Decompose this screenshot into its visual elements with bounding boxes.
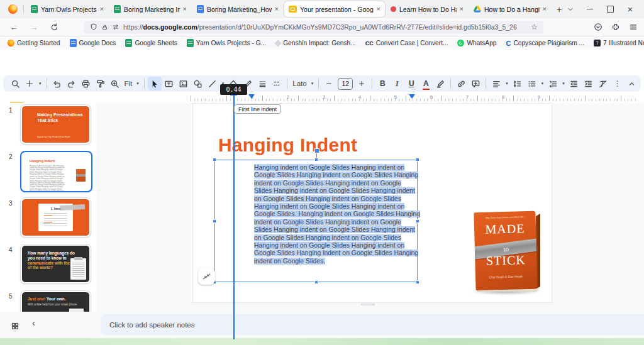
new-tab-button[interactable]: + bbox=[552, 4, 567, 14]
notes-resize-handle[interactable] bbox=[361, 304, 375, 305]
firefox-view-button[interactable] bbox=[4, 2, 21, 17]
increase-font-size-icon[interactable] bbox=[355, 77, 369, 90]
tab-yarn-owls[interactable]: Yarn Owls Projects - Google × bbox=[26, 1, 108, 17]
resize-handle-n[interactable] bbox=[314, 158, 318, 162]
tab-close-icon[interactable]: × bbox=[183, 6, 187, 13]
new-slide-dropdown-icon[interactable]: ▾ bbox=[37, 81, 43, 86]
slide-thumbnail-5[interactable]: Just one! Your own. With a little help f… bbox=[20, 290, 91, 312]
shield-icon[interactable] bbox=[90, 23, 97, 31]
tab-how-to-hanging[interactable]: How to Do a Hanging Inde × bbox=[469, 1, 551, 17]
bookmark-google-docs[interactable]: Google Docs bbox=[70, 39, 116, 47]
maximize-icon[interactable] bbox=[607, 6, 614, 13]
bookmark-novels[interactable]: 77 Illustrated Novels fo... bbox=[594, 40, 644, 47]
more-options-icon[interactable]: ⋮ bbox=[611, 77, 625, 90]
new-slide-icon[interactable] bbox=[23, 77, 36, 90]
zoom-select-label[interactable]: Fit bbox=[123, 80, 135, 87]
bookmark-google-sheets[interactable]: Google Sheets bbox=[125, 39, 177, 47]
italic-icon[interactable]: I bbox=[390, 77, 404, 90]
tab-list-chevron-icon[interactable] bbox=[567, 6, 582, 13]
url-bar[interactable]: https://docs.google.com/presentation/d/1… bbox=[84, 21, 543, 34]
redo-icon[interactable] bbox=[65, 77, 79, 90]
align-icon[interactable] bbox=[489, 77, 503, 90]
collapse-filmstrip-icon[interactable]: ‹ bbox=[32, 318, 35, 328]
tab-close-icon[interactable]: × bbox=[275, 6, 279, 13]
bulleted-list-dropdown-icon[interactable]: ▾ bbox=[540, 81, 546, 86]
insert-line-icon[interactable] bbox=[206, 77, 219, 90]
insert-link-icon[interactable] bbox=[454, 77, 468, 90]
extensions-icon[interactable] bbox=[611, 23, 620, 31]
pocket-icon[interactable] bbox=[594, 23, 602, 31]
undo-icon[interactable] bbox=[50, 77, 64, 90]
add-comment-icon[interactable] bbox=[469, 77, 482, 90]
resize-handle-s[interactable] bbox=[314, 280, 318, 284]
resize-handle-se[interactable] bbox=[416, 280, 419, 284]
select-tool-icon[interactable] bbox=[148, 77, 162, 90]
resize-handle-w[interactable] bbox=[213, 219, 216, 223]
numbered-list-icon[interactable] bbox=[546, 77, 560, 90]
horizontal-ruler[interactable]: 1 2 3 4 5 6 7 8 9 bbox=[96, 92, 644, 103]
insert-image-icon[interactable] bbox=[177, 77, 191, 90]
back-icon[interactable]: ← bbox=[6, 20, 21, 34]
numbered-list-dropdown-icon[interactable]: ▾ bbox=[560, 81, 567, 86]
font-family-select[interactable]: Lato bbox=[291, 80, 308, 87]
close-window-icon[interactable]: × bbox=[628, 4, 633, 14]
resize-handle-ne[interactable] bbox=[416, 158, 419, 162]
right-indent-marker[interactable] bbox=[409, 94, 415, 99]
bookmark-yarn-owls[interactable]: Yarn Owls Projects - G... bbox=[187, 39, 266, 47]
text-box-icon[interactable] bbox=[162, 77, 176, 90]
tab-close-icon[interactable]: × bbox=[100, 6, 104, 13]
zoom-dropdown-icon[interactable]: ▾ bbox=[135, 81, 141, 86]
search-menus-icon[interactable] bbox=[8, 77, 22, 90]
collapse-toolbar-icon[interactable] bbox=[625, 77, 639, 90]
font-dropdown-icon[interactable]: ▾ bbox=[309, 81, 316, 86]
increase-indent-icon[interactable] bbox=[582, 77, 596, 90]
decrease-indent-icon[interactable] bbox=[567, 77, 581, 90]
forward-icon[interactable]: → bbox=[26, 20, 42, 34]
border-weight-icon[interactable] bbox=[255, 77, 269, 90]
reload-icon[interactable] bbox=[47, 20, 62, 34]
tab-learn-hanging[interactable]: Learn How to Do Hanging I × bbox=[386, 1, 468, 17]
grid-view-icon[interactable] bbox=[9, 320, 21, 332]
tab-close-icon[interactable]: × bbox=[377, 6, 380, 13]
highlight-color-icon[interactable] bbox=[433, 77, 447, 90]
minimize-icon[interactable] bbox=[587, 9, 593, 9]
align-dropdown-icon[interactable]: ▾ bbox=[504, 81, 510, 86]
slide-title[interactable]: Hanging Indent bbox=[218, 134, 357, 156]
lock-icon[interactable] bbox=[101, 24, 108, 31]
slide-thumbnail-2-selected[interactable]: Hanging Indent Hanging indent on Google … bbox=[20, 151, 92, 192]
bookmark-copyscape[interactable]: CCopyscape Plagiarism ... bbox=[506, 40, 584, 47]
menu-hamburger-icon[interactable] bbox=[629, 23, 638, 31]
bookmark-convert-case[interactable]: CCConvert Case | Convert... bbox=[365, 40, 448, 47]
insert-shape-icon[interactable] bbox=[191, 77, 205, 90]
speaker-notes-input[interactable]: Click to add speaker notes bbox=[101, 314, 644, 335]
rotate-handle[interactable] bbox=[314, 148, 319, 153]
font-size-input[interactable]: 12 bbox=[338, 78, 353, 90]
decrease-font-size-icon[interactable] bbox=[322, 77, 336, 90]
clear-formatting-icon[interactable] bbox=[596, 77, 610, 90]
print-icon[interactable] bbox=[79, 77, 93, 90]
bookmark-genshin[interactable]: Genshin Impact: Gensh... bbox=[275, 40, 356, 47]
zoom-icon[interactable] bbox=[108, 77, 122, 90]
tab-close-icon[interactable]: × bbox=[543, 6, 547, 13]
slide-thumbnail-4[interactable]: How many languages do you need to know t… bbox=[20, 244, 91, 284]
permissions-icon[interactable] bbox=[112, 23, 119, 31]
tab-your-presentation[interactable]: Your presentation - Google × bbox=[284, 1, 385, 17]
slide-thumbnail-3[interactable]: 1. Intro bbox=[20, 197, 91, 238]
slide-body-text[interactable]: Hanging indent on Google Slides Hanging … bbox=[254, 164, 420, 265]
bulleted-list-icon[interactable] bbox=[525, 77, 539, 90]
bookmark-star-icon[interactable]: ☆ bbox=[531, 23, 538, 31]
slide-canvas[interactable]: Hanging Indent Hanging indent on Google … bbox=[193, 104, 552, 302]
bookmark-getting-started[interactable]: Getting Started bbox=[8, 40, 60, 47]
tab-boring-marketing-internal[interactable]: Boring Marketing Internal - × bbox=[109, 1, 191, 17]
text-color-icon[interactable]: A bbox=[423, 79, 429, 88]
tab-close-icon[interactable]: × bbox=[460, 6, 464, 13]
first-line-indent-marker[interactable] bbox=[248, 94, 255, 99]
paint-format-icon[interactable] bbox=[94, 77, 108, 90]
slide-thumbnail-1[interactable]: Making Presentations That Stick A guide … bbox=[20, 104, 91, 145]
line-tool-floating-button[interactable] bbox=[198, 268, 215, 285]
url-text[interactable]: https://docs.google.com/presentation/d/1… bbox=[123, 23, 527, 31]
tab-boring-marketing-howto[interactable]: Boring Marketing_How To D × bbox=[192, 1, 283, 17]
bold-icon[interactable]: B bbox=[375, 77, 389, 90]
line-spacing-icon[interactable] bbox=[511, 77, 525, 90]
underline-icon[interactable]: U bbox=[404, 77, 418, 90]
